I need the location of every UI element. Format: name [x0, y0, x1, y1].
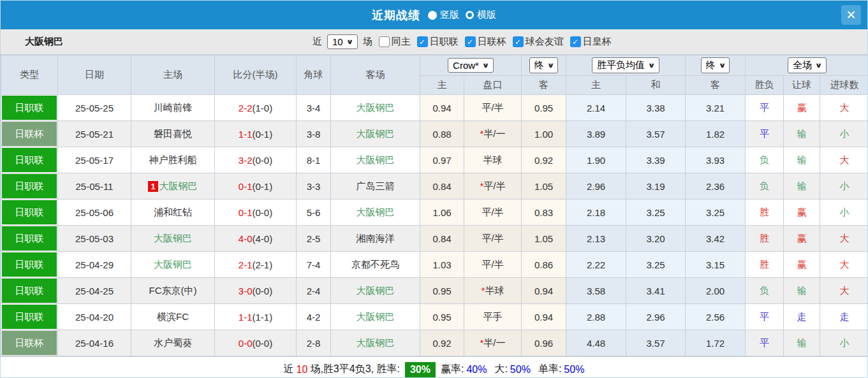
table-row: 日联杯 25-05-21 磐田喜悦 1-1(0-1) 3-8 大阪钢巴 0.88… [1, 121, 868, 147]
filter-label-emperor[interactable]: 日皇杯 [583, 36, 612, 48]
home-team-cell[interactable]: 大阪钢巴 [131, 252, 215, 278]
odds-away: 3.15 [686, 252, 746, 278]
handicap-home-odds: 0.84 [420, 226, 464, 252]
away-team-cell[interactable]: 大阪钢巴 [331, 95, 420, 121]
home-team-cell[interactable]: 1大阪钢巴 [131, 173, 215, 200]
result-goals: 大 [820, 95, 868, 121]
filter-checkbox-emperor[interactable]: ✓ [570, 36, 581, 47]
away-team-name[interactable]: 湘南海洋 [357, 233, 395, 244]
away-team-cell[interactable]: 大阪钢巴 [331, 200, 420, 226]
filter-label-friendly[interactable]: 球会友谊 [526, 36, 564, 48]
handicap-home-odds: 0.84 [420, 173, 464, 200]
halftime-score: (0-1) [253, 129, 273, 140]
home-team-cell[interactable]: 横滨FC [131, 304, 215, 330]
home-team-name[interactable]: 大阪钢巴 [154, 233, 192, 244]
home-team-name[interactable]: 大阪钢巴 [159, 180, 198, 191]
home-team-name[interactable]: 川崎前锋 [154, 102, 192, 113]
halftime-score: (0-0) [253, 155, 273, 166]
results-table: 类型 日期 主场 比分(半场) 角球 客场 Crow* ∨ 终 ∨ [1, 55, 868, 356]
filter-label-jcup[interactable]: 日联杯 [478, 36, 506, 48]
away-team-cell[interactable]: 大阪钢巴 [331, 121, 420, 147]
away-team-cell[interactable]: 湘南海洋 [331, 226, 420, 252]
home-team-cell[interactable]: 磐田喜悦 [131, 121, 215, 147]
summary-bar: 近10场,胜3平4负3, 胜率: 30% 赢率:40% 大:50% 单率:50% [1, 356, 867, 378]
vertical-radio-icon[interactable] [428, 11, 437, 20]
home-team-cell[interactable]: 水户蜀葵 [131, 330, 215, 356]
odds-home: 1.90 [566, 147, 626, 173]
away-team-cell[interactable]: 大阪钢巴 [331, 330, 420, 356]
table-row: 日职联 25-04-29 大阪钢巴 2-1(2-1) 7-4 京都不死鸟 1.0… [1, 252, 868, 278]
filter-label-j1[interactable]: 日职联 [430, 36, 459, 48]
fulltime-score: 2-1 [239, 259, 253, 270]
handicap-home-odds: 0.95 [420, 304, 464, 330]
company-period-select[interactable]: 终 ∨ [529, 57, 559, 73]
filter-checkbox-friendly[interactable]: ✓ [513, 36, 524, 47]
home-team-name[interactable]: 横滨FC [157, 311, 189, 322]
subcol-odds-away: 客 [686, 76, 746, 95]
filter-toolbar: 大阪钢巴 近 10 ∨ 场 同主 ✓ 日职联 ✓ 日联杯 ✓ 球会友谊 ✓ 日皇… [1, 29, 867, 55]
score-cell: 0-1(0-0) [215, 200, 297, 226]
company-select[interactable]: Crow* ∨ [448, 58, 494, 73]
corners: 3-3 [297, 173, 331, 200]
away-team-name[interactable]: 大阪钢巴 [357, 285, 395, 296]
away-team-cell[interactable]: 大阪钢巴 [331, 278, 420, 304]
away-team-name[interactable]: 大阪钢巴 [357, 337, 395, 348]
away-team-cell[interactable]: 广岛三箭 [331, 173, 420, 200]
odds-away: 3.93 [686, 147, 746, 173]
home-team-cell[interactable]: 神户胜利船 [131, 147, 215, 173]
handicap-away-odds: 0.83 [522, 200, 566, 226]
handicap-line: 平/半 [482, 102, 503, 113]
home-team-name[interactable]: 浦和红钻 [154, 207, 192, 217]
horizontal-radio-label[interactable]: 横版 [477, 9, 496, 21]
match-date: 25-05-21 [58, 121, 131, 147]
away-team-name[interactable]: 广岛三箭 [357, 180, 395, 191]
avg-period-select[interactable]: 终 ∨ [701, 57, 730, 73]
away-team-name[interactable]: 大阪钢巴 [357, 207, 395, 217]
league-cell: 日职联 [1, 304, 58, 330]
vertical-radio-label[interactable]: 竖版 [440, 9, 459, 21]
over-rate-label: 大: [494, 363, 507, 376]
away-team-cell[interactable]: 京都不死鸟 [331, 252, 420, 278]
scope-select[interactable]: 全场 ∨ [788, 57, 827, 73]
away-team-name[interactable]: 大阪钢巴 [357, 154, 395, 165]
home-team-cell[interactable]: 大阪钢巴 [131, 226, 215, 252]
away-team-name[interactable]: 大阪钢巴 [357, 128, 395, 139]
filters: 近 10 ∨ 场 同主 ✓ 日职联 ✓ 日联杯 ✓ 球会友谊 ✓ 日皇杯 [311, 34, 613, 49]
close-icon[interactable]: ✕ [841, 5, 861, 25]
away-team-name[interactable]: 大阪钢巴 [357, 311, 395, 322]
match-date: 25-05-17 [58, 147, 131, 173]
handicap-away-odds: 0.96 [522, 330, 566, 356]
league-cell: 日联杯 [1, 330, 58, 356]
odds-away: 3.21 [686, 95, 746, 121]
avg-select[interactable]: 胜平负均值 ∨ [592, 57, 659, 73]
handicap-line-cell: 平手 [464, 304, 522, 330]
filter-checkbox-jcup[interactable]: ✓ [465, 36, 476, 47]
same-home-label[interactable]: 同主 [392, 36, 411, 48]
fulltime-score: 1-1 [239, 129, 253, 140]
score-cell: 0-1(0-1) [215, 173, 297, 200]
home-team-cell[interactable]: 浦和红钻 [131, 200, 215, 226]
horizontal-radio-icon[interactable] [466, 11, 474, 19]
odds-draw: 3.39 [626, 147, 686, 173]
same-home-checkbox[interactable] [379, 36, 390, 47]
home-team-name[interactable]: 水户蜀葵 [154, 337, 192, 348]
halftime-score: (1-1) [253, 312, 273, 323]
odds-draw: 3.20 [626, 226, 686, 252]
filter-checkbox-j1[interactable]: ✓ [417, 36, 428, 47]
match-count-select[interactable]: 10 ∨ [327, 34, 358, 49]
odds-home: 4.48 [566, 330, 626, 356]
home-team-cell[interactable]: 川崎前锋 [131, 95, 215, 121]
home-team-name[interactable]: 磐田喜悦 [154, 128, 192, 139]
away-team-cell[interactable]: 大阪钢巴 [331, 304, 420, 330]
home-team-name[interactable]: 神户胜利船 [149, 154, 197, 165]
home-team-cell[interactable]: FC东京(中) [131, 278, 215, 304]
away-team-name[interactable]: 京都不死鸟 [351, 259, 399, 270]
col-header-away: 客场 [331, 55, 420, 95]
table-row: 日职联 25-04-25 FC东京(中) 3-0(0-0) 2-4 大阪钢巴 0… [1, 278, 868, 304]
home-team-name[interactable]: FC东京(中) [149, 285, 197, 296]
handicap-home-odds: 0.95 [420, 278, 464, 304]
away-team-cell[interactable]: 大阪钢巴 [331, 147, 420, 173]
avg-select-value: 胜平负均值 [597, 59, 645, 71]
away-team-name[interactable]: 大阪钢巴 [357, 102, 395, 113]
home-team-name[interactable]: 大阪钢巴 [154, 259, 192, 270]
